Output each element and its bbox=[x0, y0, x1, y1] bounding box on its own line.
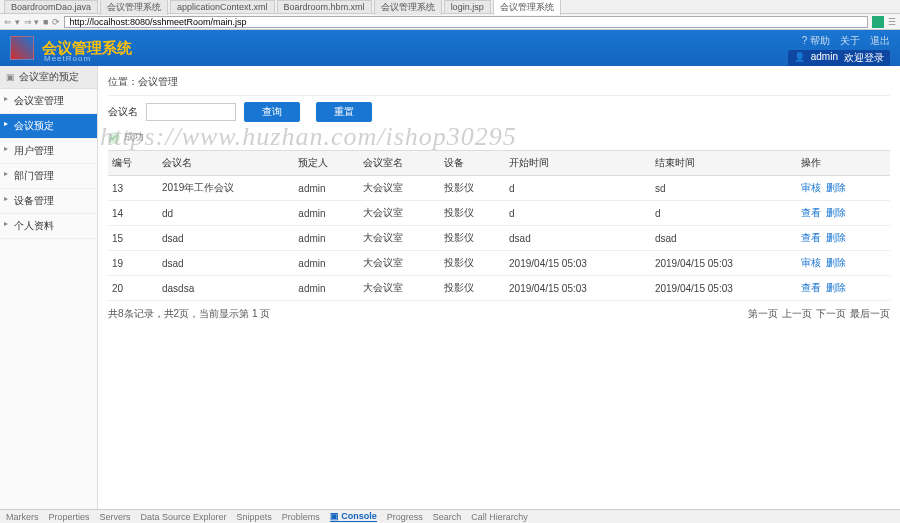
app-header: 会议管理系统 MeetRoom 帮助 关于 退出 admin 欢迎登录 bbox=[0, 30, 900, 66]
col-header: 操作 bbox=[797, 151, 890, 176]
col-header: 会议室名 bbox=[359, 151, 441, 176]
ide-bottom-bar: MarkersPropertiesServersData Source Expl… bbox=[0, 509, 900, 523]
cell: 投影仪 bbox=[440, 251, 505, 276]
cell: 2019/04/15 05:03 bbox=[651, 251, 797, 276]
nav-back-icon[interactable]: ⇐ ▾ bbox=[4, 17, 20, 27]
sidebar-heading: 会议室的预定 bbox=[0, 66, 97, 89]
sidebar: 会议室的预定 会议室管理会议预定用户管理部门管理设备管理个人资料 bbox=[0, 66, 98, 509]
search-label: 会议名 bbox=[108, 105, 138, 119]
cell: dd bbox=[158, 201, 294, 226]
pager-link[interactable]: 最后一页 bbox=[850, 308, 890, 319]
col-header: 设备 bbox=[440, 151, 505, 176]
ide-tab[interactable]: 会议管理系统 bbox=[100, 0, 168, 15]
cell: 15 bbox=[108, 226, 158, 251]
col-header: 预定人 bbox=[294, 151, 359, 176]
bottom-tab[interactable]: Snippets bbox=[237, 512, 272, 522]
delete-link[interactable]: 删除 bbox=[826, 207, 846, 218]
cell: sd bbox=[651, 176, 797, 201]
sidebar-item[interactable]: 会议室管理 bbox=[0, 89, 97, 114]
address-bar: ⇐ ▾ ⇒ ▾ ■ ⟳ ☰ bbox=[0, 14, 900, 30]
nav-refresh-icon[interactable]: ⟳ bbox=[52, 17, 60, 27]
bottom-tab[interactable]: Search bbox=[433, 512, 462, 522]
delete-link[interactable]: 删除 bbox=[826, 257, 846, 268]
nav-fwd-icon[interactable]: ⇒ ▾ bbox=[24, 17, 40, 27]
logout-link[interactable]: 退出 bbox=[870, 34, 890, 48]
bottom-tab[interactable]: ▣ Console bbox=[330, 511, 377, 522]
reset-button[interactable]: 重置 bbox=[316, 102, 372, 122]
search-input[interactable] bbox=[146, 103, 236, 121]
sidebar-item[interactable]: 会议预定 bbox=[0, 114, 97, 139]
bottom-tab[interactable]: Properties bbox=[49, 512, 90, 522]
action-link[interactable]: 审核 bbox=[801, 182, 821, 193]
cell: 2019/04/15 05:03 bbox=[505, 276, 651, 301]
delete-link[interactable]: 删除 bbox=[826, 282, 846, 293]
cell: 19 bbox=[108, 251, 158, 276]
about-link[interactable]: 关于 bbox=[840, 34, 860, 48]
action-link[interactable]: 查看 bbox=[801, 207, 821, 218]
query-button[interactable]: 查询 bbox=[244, 102, 300, 122]
table-row: 132019年工作会议admin大会议室投影仪dsd审核 删除 bbox=[108, 176, 890, 201]
ide-tab[interactable]: 会议管理系统 bbox=[374, 0, 442, 15]
cell: dsad bbox=[651, 226, 797, 251]
cell: 14 bbox=[108, 201, 158, 226]
ide-tab[interactable]: 会议管理系统 bbox=[493, 0, 561, 15]
delete-link[interactable]: 删除 bbox=[826, 232, 846, 243]
search-bar: 会议名 查询 重置 bbox=[108, 102, 890, 122]
result-status: 成功 bbox=[108, 130, 890, 144]
sidebar-item[interactable]: 个人资料 bbox=[0, 214, 97, 239]
bottom-tab[interactable]: Markers bbox=[6, 512, 39, 522]
user-badge[interactable]: admin 欢迎登录 bbox=[788, 50, 890, 66]
pager-link[interactable]: 上一页 bbox=[782, 308, 812, 319]
action-cell: 查看 删除 bbox=[797, 201, 890, 226]
url-input[interactable] bbox=[64, 16, 868, 28]
go-button[interactable] bbox=[872, 16, 884, 28]
cell: dsad bbox=[158, 251, 294, 276]
ide-tab[interactable]: BoardroomDao.java bbox=[4, 0, 98, 13]
app-logo-icon bbox=[10, 36, 34, 60]
user-icon bbox=[794, 51, 805, 65]
bottom-tab[interactable]: Call Hierarchy bbox=[471, 512, 528, 522]
table-row: 19dsadadmin大会议室投影仪2019/04/15 05:032019/0… bbox=[108, 251, 890, 276]
ide-tab[interactable]: Boardroom.hbm.xml bbox=[277, 0, 372, 13]
pager-link[interactable]: 下一页 bbox=[816, 308, 846, 319]
cell: 20 bbox=[108, 276, 158, 301]
action-cell: 审核 删除 bbox=[797, 251, 890, 276]
cell: d bbox=[505, 176, 651, 201]
success-icon bbox=[108, 132, 120, 143]
help-link[interactable]: 帮助 bbox=[802, 34, 830, 48]
action-link[interactable]: 查看 bbox=[801, 232, 821, 243]
action-cell: 查看 删除 bbox=[797, 276, 890, 301]
cell: d bbox=[651, 201, 797, 226]
pager-info: 共8条记录，共2页，当前显示第 1 页 bbox=[108, 307, 270, 321]
cell: 大会议室 bbox=[359, 201, 441, 226]
cell: 投影仪 bbox=[440, 201, 505, 226]
action-link[interactable]: 查看 bbox=[801, 282, 821, 293]
header-links: 帮助 关于 退出 bbox=[802, 34, 890, 48]
cell: d bbox=[505, 201, 651, 226]
cell: admin bbox=[294, 251, 359, 276]
action-link[interactable]: 审核 bbox=[801, 257, 821, 268]
cell: 2019年工作会议 bbox=[158, 176, 294, 201]
ide-tab[interactable]: login.jsp bbox=[444, 0, 491, 13]
nav-stop-icon[interactable]: ■ bbox=[43, 17, 48, 27]
cell: admin bbox=[294, 201, 359, 226]
cell: 2019/04/15 05:03 bbox=[651, 276, 797, 301]
bottom-tab[interactable]: Problems bbox=[282, 512, 320, 522]
ide-tab[interactable]: applicationContext.xml bbox=[170, 0, 275, 13]
sidebar-item[interactable]: 用户管理 bbox=[0, 139, 97, 164]
cell: 2019/04/15 05:03 bbox=[505, 251, 651, 276]
bottom-tab[interactable]: Data Source Explorer bbox=[141, 512, 227, 522]
sidebar-item[interactable]: 设备管理 bbox=[0, 189, 97, 214]
bottom-tab[interactable]: Servers bbox=[100, 512, 131, 522]
bottom-tab[interactable]: Progress bbox=[387, 512, 423, 522]
cell: 大会议室 bbox=[359, 226, 441, 251]
addr-menu-icon[interactable]: ☰ bbox=[888, 17, 896, 27]
pager-link[interactable]: 第一页 bbox=[748, 308, 778, 319]
delete-link[interactable]: 删除 bbox=[826, 182, 846, 193]
sidebar-item[interactable]: 部门管理 bbox=[0, 164, 97, 189]
cell: 大会议室 bbox=[359, 251, 441, 276]
table-row: 20dasdsaadmin大会议室投影仪2019/04/15 05:032019… bbox=[108, 276, 890, 301]
cell: 大会议室 bbox=[359, 276, 441, 301]
cell: admin bbox=[294, 176, 359, 201]
meeting-table: 编号会议名预定人会议室名设备开始时间结束时间操作 132019年工作会议admi… bbox=[108, 150, 890, 301]
